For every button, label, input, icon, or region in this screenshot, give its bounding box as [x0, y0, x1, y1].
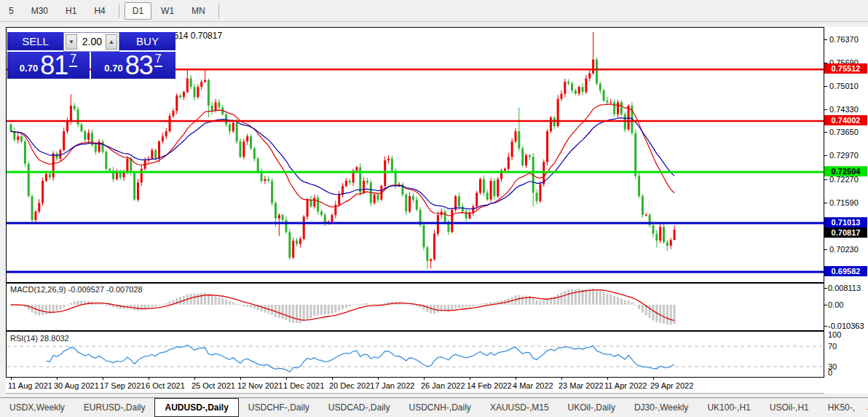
- sell-price-pip: 7: [69, 52, 77, 67]
- date-tick-label: 1 Dec 2021: [283, 381, 324, 390]
- date-tick-label: 7 Jan 2022: [375, 381, 414, 390]
- date-tick-label: 17 Sep 2021: [100, 381, 145, 390]
- price-tick-label: 0.73650: [829, 128, 859, 136]
- sell-price-button[interactable]: 0.70 81 7: [7, 52, 90, 79]
- current-price-flag: 0.70817: [824, 227, 867, 238]
- price-tick-label: 0.71590: [829, 198, 859, 207]
- tab-usdcaddaily[interactable]: USDCAD-,Daily: [319, 400, 400, 417]
- date-tick-mark: [424, 378, 425, 380]
- volume-input[interactable]: 2.00: [79, 33, 104, 51]
- date-tick-mark: [378, 378, 379, 380]
- rsi-axis-label: 100: [828, 330, 841, 339]
- volume-increase-button[interactable]: ▲: [106, 34, 117, 50]
- price-tick-mark: [824, 39, 827, 40]
- rsi-axis-label: 70: [828, 342, 837, 351]
- price-tick-mark: [824, 109, 827, 110]
- hline-price-flag: 0.75512: [824, 63, 867, 74]
- rsi-indicator-label: RSI(14) 28.8032: [10, 334, 69, 343]
- buy-button[interactable]: BUY: [119, 32, 175, 52]
- price-axis[interactable]: 0.763700.756900.750100.743300.736500.729…: [824, 27, 868, 394]
- macd-axis-label: 0.008113: [828, 284, 861, 292]
- macd-indicator-label: MACD(12,26,9) -0.009527 -0.007028: [10, 285, 143, 294]
- timeframe-h1[interactable]: H1: [58, 2, 84, 20]
- buy-price-prefix: 0.70: [104, 63, 122, 74]
- tab-xauusdm15[interactable]: XAUUSD-,M15: [481, 400, 559, 417]
- date-tick-label: 11 Apr 2022: [604, 381, 647, 390]
- toolbar-separator: [119, 4, 119, 18]
- tab-ukoildaily[interactable]: UKOil-,Daily: [559, 400, 625, 417]
- date-tick-mark: [470, 378, 470, 380]
- tab-usdxweekly[interactable]: USDX,Weekly: [0, 400, 74, 417]
- timeframe-m30[interactable]: M30: [23, 2, 56, 20]
- timeframe-mn[interactable]: MN: [184, 2, 213, 20]
- date-tick-label: 25 Oct 2021: [192, 381, 235, 390]
- macd-tick-mark: [824, 305, 827, 305]
- tab-eurusddaily[interactable]: EURUSD-,Daily: [74, 400, 155, 417]
- date-tick-label: 4 Mar 2022: [513, 381, 553, 390]
- hline-price-flag: 0.69582: [824, 266, 867, 276]
- tab-audusddaily[interactable]: AUDUSD-,Daily: [154, 398, 238, 417]
- date-tick-label: 6 Oct 2021: [146, 381, 185, 390]
- date-tick-label: 26 Jan 2022: [421, 381, 465, 390]
- date-tick-label: 23 Mar 2022: [559, 381, 604, 390]
- date-tick-label: 12 Nov 2021: [237, 381, 283, 390]
- tab-usdcnhdaily[interactable]: USDCNH-,Daily: [400, 400, 481, 417]
- buy-price-button[interactable]: 0.70 83 7: [91, 52, 175, 79]
- price-tick-label: 0.72970: [829, 151, 859, 160]
- macd-axis-label: 0.00: [828, 300, 843, 309]
- sell-price-big: 81: [40, 53, 68, 78]
- toolbar-separator: [218, 4, 219, 18]
- price-tick-label: 0.75010: [829, 82, 859, 90]
- symbol-tab-bar: USDX,WeeklyEURUSD-,DailyAUDUSD-,DailyUSD…: [0, 397, 868, 417]
- tab-usoilh1[interactable]: USOil-,H1: [760, 400, 818, 417]
- tab-hk50[interactable]: HK50-,: [818, 400, 864, 417]
- buy-price-big: 83: [125, 53, 153, 78]
- rsi-panel: [6, 331, 824, 378]
- volume-spinner: ▼ 2.00 ▲: [63, 32, 119, 52]
- date-tick-mark: [653, 378, 654, 380]
- date-tick-mark: [607, 378, 608, 380]
- timeframe-toolbar: 5M30H1H4D1W1MN: [0, 0, 868, 22]
- price-tick-mark: [824, 179, 827, 180]
- price-tick-label: 0.76370: [829, 35, 859, 44]
- hline-price-flag: 0.74002: [824, 115, 867, 125]
- timeframe-5[interactable]: 5: [1, 2, 22, 20]
- tab-usdchfdaily[interactable]: USDCHF-,Daily: [239, 400, 319, 417]
- hline-price-flag: 0.72504: [824, 166, 867, 176]
- date-tick-label: 14 Feb 2022: [467, 381, 512, 390]
- one-click-trade-panel: SELL ▼ 2.00 ▲ BUY 0.70 81 7 0.70 83 7: [7, 32, 175, 79]
- date-tick-label: 20 Dec 2021: [329, 381, 374, 390]
- date-tick-label: 30 Aug 2021: [54, 381, 99, 390]
- sell-price-prefix: 0.70: [20, 63, 38, 74]
- hline-price-flag: 0.71013: [824, 217, 867, 227]
- volume-decrease-button[interactable]: ▼: [66, 34, 77, 50]
- sell-button[interactable]: SELL: [7, 32, 63, 52]
- tab-dj30weekly[interactable]: DJ30-,Weekly: [625, 400, 698, 417]
- macd-tick-mark: [824, 326, 827, 327]
- buy-price-pip: 7: [154, 52, 162, 67]
- date-tick-mark: [332, 378, 333, 380]
- date-tick-mark: [286, 378, 287, 380]
- price-tick-mark: [824, 86, 827, 87]
- date-tick-mark: [103, 378, 103, 380]
- timeframe-h4[interactable]: H4: [86, 2, 113, 20]
- date-tick-label: 29 Apr 2022: [650, 381, 693, 390]
- macd-axis-label: -0.010363: [828, 321, 864, 330]
- macd-tick-mark: [824, 288, 827, 289]
- timeframe-w1[interactable]: W1: [153, 2, 182, 20]
- price-tick-mark: [824, 132, 827, 133]
- date-axis[interactable]: 11 Aug 202130 Aug 202117 Sep 20216 Oct 2…: [6, 378, 824, 394]
- date-tick-mark: [11, 378, 12, 380]
- tab-uk100h1[interactable]: UK100-,H1: [698, 400, 760, 417]
- date-tick-mark: [194, 378, 195, 380]
- price-tick-label: 0.74330: [829, 105, 859, 114]
- date-tick-mark: [516, 378, 516, 380]
- date-tick-label: 11 Aug 2021: [8, 381, 52, 390]
- price-tick-mark: [824, 249, 827, 250]
- rsi-chart: [7, 332, 824, 377]
- timeframe-d1[interactable]: D1: [125, 2, 151, 20]
- price-tick-mark: [824, 155, 827, 156]
- price-tick-mark: [824, 203, 827, 203]
- date-tick-mark: [57, 378, 58, 380]
- date-tick-mark: [240, 378, 241, 380]
